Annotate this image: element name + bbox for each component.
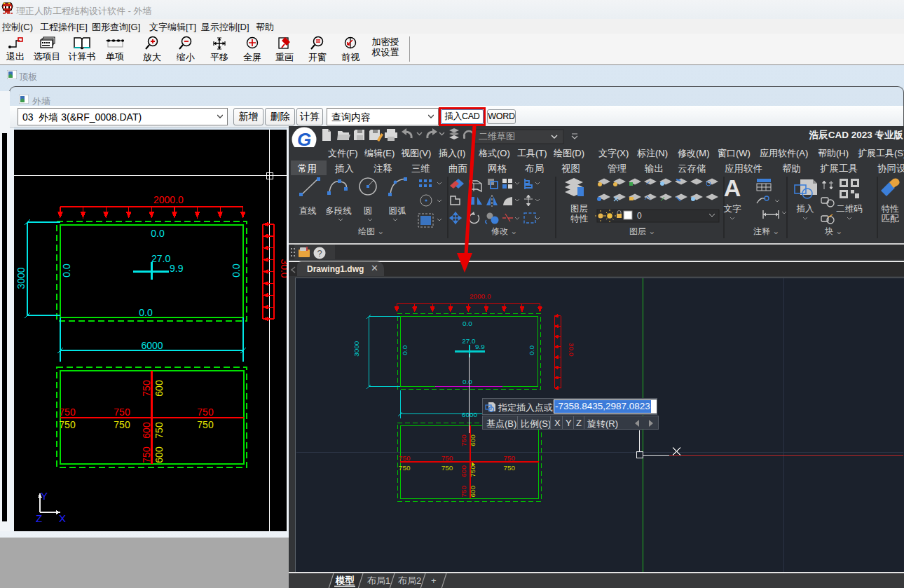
svg-text:?: ? [317, 248, 322, 259]
svg-text:图层: 图层 [570, 204, 588, 214]
svg-text:750: 750 [469, 465, 477, 477]
svg-text:9.9: 9.9 [475, 343, 485, 350]
svg-text:多段线: 多段线 [325, 206, 352, 216]
svg-text:30.0: 30.0 [279, 259, 287, 278]
svg-text:文字: 文字 [724, 204, 742, 214]
svg-text:X: X [59, 512, 66, 524]
svg-text:0.0: 0.0 [401, 345, 409, 355]
svg-text:750: 750 [197, 419, 214, 430]
svg-text:圆弧: 圆弧 [389, 206, 407, 216]
svg-text:二维码: 二维码 [836, 204, 863, 214]
svg-text:圆: 圆 [364, 206, 373, 216]
svg-text:600: 600 [469, 435, 477, 446]
svg-text:9.9: 9.9 [170, 263, 184, 274]
svg-text:3000: 3000 [352, 341, 360, 357]
svg-text:750: 750 [114, 406, 130, 418]
svg-text:0.0: 0.0 [61, 264, 72, 278]
svg-text:750: 750 [114, 419, 130, 430]
svg-text:750: 750 [441, 464, 453, 472]
svg-text:+: + [431, 575, 437, 586]
svg-text:二维草图: 二维草图 [479, 131, 515, 142]
svg-text:2000.0: 2000.0 [153, 194, 184, 205]
svg-text:600: 600 [460, 465, 467, 477]
svg-text:750: 750 [59, 406, 76, 418]
svg-text:Y: Y [41, 490, 48, 502]
svg-text:0.0: 0.0 [463, 320, 472, 327]
svg-text:27.0: 27.0 [462, 337, 476, 345]
svg-text:0.0: 0.0 [139, 307, 153, 318]
svg-text:750: 750 [460, 486, 467, 498]
svg-text:750: 750 [503, 464, 515, 472]
svg-text:750: 750 [503, 454, 515, 462]
svg-text:750: 750 [153, 422, 165, 439]
svg-text:750: 750 [197, 406, 214, 418]
svg-text:特性: 特性 [570, 214, 589, 224]
svg-text:3000: 3000 [15, 267, 27, 289]
svg-text:0: 0 [637, 211, 642, 221]
svg-text:0.0: 0.0 [528, 345, 535, 355]
svg-text:6000: 6000 [462, 411, 478, 418]
svg-text:0.0: 0.0 [463, 378, 472, 385]
svg-text:布局1: 布局1 [367, 575, 390, 586]
svg-text:直线: 直线 [299, 206, 317, 216]
svg-text:750: 750 [460, 435, 467, 446]
svg-text:2000.0: 2000.0 [470, 292, 491, 300]
svg-text:600: 600 [141, 422, 152, 439]
svg-text:750: 750 [141, 446, 152, 463]
svg-text:G: G [297, 129, 311, 147]
svg-text:750: 750 [399, 464, 411, 472]
svg-text:750: 750 [399, 454, 411, 462]
svg-text:30.0: 30.0 [568, 343, 575, 357]
svg-text:Z: Z [36, 512, 42, 524]
svg-text:0.0: 0.0 [151, 228, 165, 239]
svg-text:600: 600 [469, 486, 477, 498]
svg-text:布局2: 布局2 [397, 575, 421, 586]
svg-text:匹配: 匹配 [882, 214, 900, 224]
svg-text:750: 750 [441, 454, 453, 462]
svg-text:27.0: 27.0 [151, 253, 170, 264]
svg-text:600: 600 [153, 380, 165, 397]
svg-text:浩辰CAD 2023 专业版: 浩辰CAD 2023 专业版 [809, 130, 904, 140]
svg-text:750: 750 [141, 380, 152, 397]
svg-text:插入: 插入 [797, 204, 815, 214]
svg-text:A: A [724, 175, 741, 201]
svg-text:750: 750 [59, 419, 76, 430]
svg-text:6000: 6000 [141, 340, 163, 351]
svg-text:0.0: 0.0 [231, 264, 242, 278]
svg-text:特性: 特性 [882, 204, 900, 214]
svg-text:600: 600 [153, 446, 165, 463]
svg-text:模型: 模型 [335, 575, 355, 586]
